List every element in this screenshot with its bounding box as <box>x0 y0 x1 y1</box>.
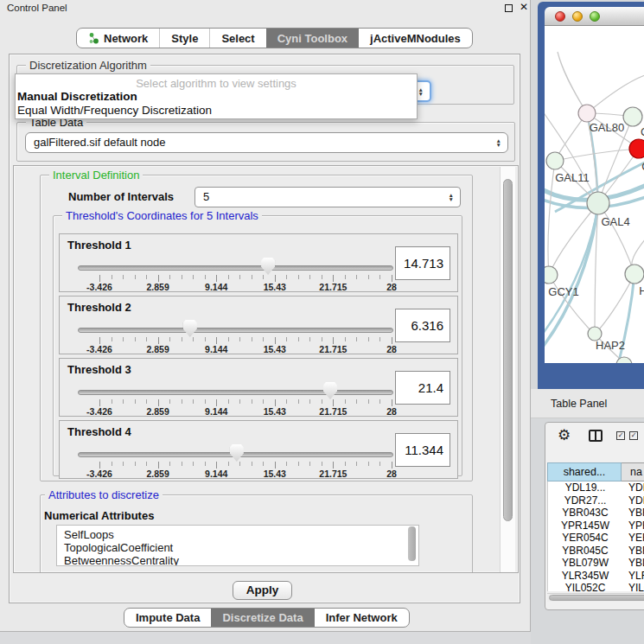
slider-tick-label: 2.859 <box>146 469 169 479</box>
table-horizontal-scrollbar[interactable] <box>547 593 644 602</box>
split-columns-icon[interactable] <box>589 430 603 442</box>
table-cell[interactable]: YDR2 <box>622 494 644 507</box>
tab-network[interactable]: Network <box>77 29 159 48</box>
table-cell[interactable]: YBL0 <box>622 557 644 570</box>
threshold-1-value-field[interactable]: 14.713 <box>395 246 450 280</box>
slider-tick <box>275 399 276 406</box>
network-node[interactable] <box>625 265 644 284</box>
slider-tick-label: 2.859 <box>146 344 169 354</box>
network-edge[interactable] <box>548 161 555 275</box>
tab-style-label: Style <box>171 29 198 48</box>
table-row[interactable]: YBR045CYBR0 <box>548 545 644 558</box>
attribute-list-item[interactable]: SelfLoops <box>64 528 418 541</box>
threshold-2-value-field[interactable]: 6.316 <box>395 309 450 342</box>
close-traffic-light[interactable] <box>555 11 565 22</box>
number-of-intervals-label: Number of Intervals <box>68 190 174 203</box>
tab-infer-network[interactable]: Infer Network <box>315 609 409 627</box>
table-row[interactable]: YDR27...YDR2 <box>548 494 644 507</box>
network-canvas[interactable]: GAL80GCGAL11GAL4GCY1HHAP2 <box>545 26 644 363</box>
threshold-2-slider-track[interactable] <box>78 328 393 333</box>
threshold-4-value-field[interactable]: 11.344 <box>395 433 450 467</box>
table-cell[interactable]: YDR27... <box>548 494 622 507</box>
table-cell[interactable]: YBR0 <box>622 545 644 558</box>
table-cell[interactable]: YLR3 <box>622 570 644 583</box>
attribute-list-item[interactable]: TopologicalCoefficient <box>64 541 418 554</box>
slider-tick <box>368 337 369 341</box>
threshold-3-value-field[interactable]: 21.4 <box>395 371 450 405</box>
algorithm-option-equal-width[interactable]: Equal Width/Frequency Discretization <box>16 104 417 118</box>
algorithm-option-manual[interactable]: Manual Discretization <box>16 90 417 104</box>
table-row[interactable]: YBL079WYBL0 <box>548 557 644 570</box>
threshold-4-slider-thumb[interactable] <box>230 444 244 462</box>
number-of-intervals-combobox[interactable]: 5 <box>194 187 461 207</box>
tab-style[interactable]: Style <box>159 29 209 48</box>
slider-tick <box>252 337 252 341</box>
table-scrollbar-thumb[interactable] <box>549 595 644 601</box>
network-edge[interactable] <box>598 203 634 274</box>
network-node[interactable] <box>546 152 564 169</box>
table-cell[interactable]: YBL079W <box>548 557 622 570</box>
network-edge[interactable] <box>558 52 587 113</box>
minimize-traffic-light[interactable] <box>572 11 583 22</box>
checkbox-icon[interactable] <box>616 431 625 440</box>
tab-discretize-data[interactable]: Discretize Data <box>211 609 314 627</box>
attribute-list-item[interactable]: BetweennessCentrality <box>64 554 418 566</box>
table-row[interactable]: YDL19...YDL1 <box>548 481 644 494</box>
slider-tick <box>286 275 287 279</box>
table-cell[interactable]: YER0 <box>622 532 644 545</box>
network-node[interactable] <box>578 105 596 122</box>
slider-tick <box>333 462 334 469</box>
table-cell[interactable]: YDL1 <box>622 481 644 494</box>
table-row[interactable]: YPR145WYPR1 <box>548 520 644 532</box>
threshold-3-slider-thumb[interactable] <box>323 382 337 399</box>
threshold-3-panel: Threshold 3 -3.4262.8599.14415.4321.7152… <box>59 358 458 417</box>
gear-icon[interactable] <box>558 426 571 444</box>
zoom-traffic-light[interactable] <box>590 11 600 22</box>
table-row[interactable]: YIL052CYIL0 <box>548 582 644 591</box>
settings-scrollbar-thumb[interactable] <box>503 179 513 521</box>
apply-button[interactable]: Apply <box>233 581 292 600</box>
threshold-3-slider-track[interactable] <box>78 390 393 395</box>
table-cell[interactable]: YBR043C <box>548 507 622 520</box>
network-edge[interactable] <box>555 149 639 161</box>
threshold-1-slider-thumb[interactable] <box>261 258 275 275</box>
tab-impute-data[interactable]: Impute Data <box>124 609 211 627</box>
close-window-icon[interactable] <box>520 1 528 13</box>
slider-tick <box>123 399 124 404</box>
threshold-2-slider-thumb[interactable] <box>183 320 197 337</box>
table-cell[interactable]: YER054C <box>548 532 622 545</box>
table-cell[interactable]: YDL19... <box>548 481 622 494</box>
slider-tick <box>239 337 240 341</box>
network-node[interactable] <box>587 192 609 214</box>
column-header-name[interactable]: na <box>622 462 644 481</box>
float-window-icon[interactable] <box>505 4 513 12</box>
tab-select[interactable]: Select <box>209 29 265 48</box>
slider-tick-label: 21.715 <box>319 469 347 479</box>
slider-tick <box>169 399 170 404</box>
slider-tick <box>146 399 147 404</box>
network-node[interactable] <box>629 139 644 158</box>
table-row[interactable]: YBR043CYBR0 <box>548 507 644 520</box>
checkbox-icon[interactable] <box>629 431 638 440</box>
table-data-combobox[interactable]: galFiltered.sif default node <box>25 132 508 153</box>
column-header-shared-name[interactable]: shared... <box>547 462 622 481</box>
table-cell[interactable]: YIL0 <box>622 582 644 591</box>
table-row[interactable]: YER054CYER0 <box>548 532 644 545</box>
table-cell[interactable]: YBR0 <box>622 507 644 520</box>
table-cell[interactable]: YPR1 <box>622 520 644 532</box>
table-cell[interactable]: YBR045C <box>548 545 622 558</box>
attributes-list-scrollbar[interactable] <box>408 526 416 561</box>
slider-tick <box>286 462 287 466</box>
table-cell[interactable]: YIL052C <box>548 582 622 591</box>
network-node[interactable] <box>545 266 558 284</box>
settings-vertical-scrollbar[interactable] <box>500 167 515 573</box>
tab-cyni-toolbox[interactable]: Cyni Toolbox <box>266 29 359 48</box>
network-node[interactable] <box>623 107 642 126</box>
slider-tick <box>112 275 112 279</box>
table-cell[interactable]: YPR145W <box>548 520 622 532</box>
tab-jactivemnodules[interactable]: jActiveMNodules <box>359 29 472 48</box>
threshold-1-slider-track[interactable] <box>78 265 393 271</box>
table-row[interactable]: YLR345WYLR3 <box>548 570 644 583</box>
network-window-titlebar[interactable] <box>545 7 644 26</box>
table-cell[interactable]: YLR345W <box>548 570 622 583</box>
